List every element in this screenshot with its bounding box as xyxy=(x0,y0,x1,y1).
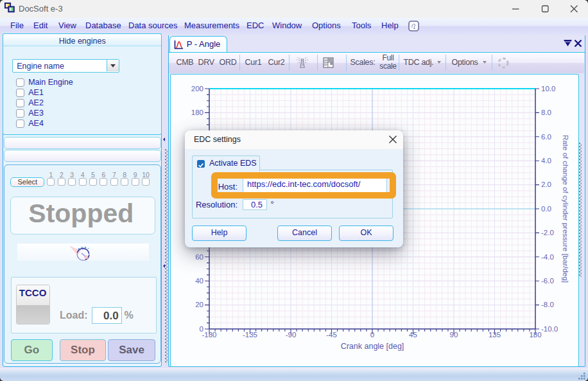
svg-text:6.0: 6.0 xyxy=(541,133,551,141)
svg-text:-4.0: -4.0 xyxy=(541,253,554,261)
svg-text:180: 180 xyxy=(529,331,541,339)
svg-text:10.0: 10.0 xyxy=(541,85,555,93)
svg-text:-45: -45 xyxy=(326,331,337,339)
svg-text:20: 20 xyxy=(195,301,203,308)
svg-text:200: 200 xyxy=(191,85,203,93)
svg-text:40: 40 xyxy=(195,277,203,285)
svg-text:-6.0: -6.0 xyxy=(541,277,554,285)
svg-text:-90: -90 xyxy=(286,331,297,339)
svg-text:2.0: 2.0 xyxy=(541,181,551,188)
svg-text:Crank angle [deg]: Crank angle [deg] xyxy=(341,342,404,351)
svg-text:135: 135 xyxy=(489,331,501,339)
svg-text:90: 90 xyxy=(450,331,458,339)
svg-text:4.0: 4.0 xyxy=(541,157,551,164)
svg-text:180: 180 xyxy=(191,109,203,116)
svg-text:-2.0: -2.0 xyxy=(541,229,554,236)
svg-text:Rate of change of cylinder pre: Rate of change of cylinder pressure [bar… xyxy=(562,135,569,283)
svg-text:-10.0: -10.0 xyxy=(541,325,558,333)
svg-text:0: 0 xyxy=(370,331,374,339)
svg-text:0.0: 0.0 xyxy=(541,205,551,213)
svg-text:-8.0: -8.0 xyxy=(541,301,554,308)
svg-text:60: 60 xyxy=(195,253,203,261)
svg-text:-180: -180 xyxy=(202,331,216,339)
svg-text:8.0: 8.0 xyxy=(541,109,551,116)
svg-text:-135: -135 xyxy=(243,331,257,339)
svg-text:45: 45 xyxy=(409,331,417,339)
